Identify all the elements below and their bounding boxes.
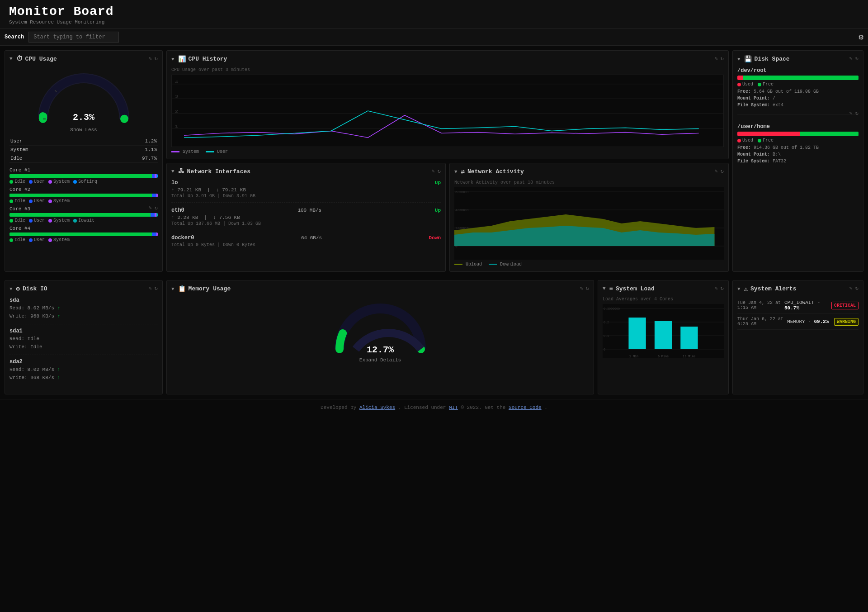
disk-space-refresh-icon[interactable]: ↻	[855, 55, 859, 62]
load-bar-15min	[680, 327, 698, 349]
disk-root-mount: Mount Point: /	[737, 95, 859, 102]
memory-edit-icon[interactable]: ✎	[580, 285, 583, 292]
cpu-history-refresh-icon[interactable]: ↻	[721, 55, 724, 62]
cpu-stat-system: System 1.1%	[9, 146, 158, 154]
footer-author[interactable]: Alicia Sykes	[359, 405, 395, 410]
net-ifaces-edit-icon[interactable]: ✎	[432, 168, 435, 175]
show-less-button[interactable]: Show Less	[9, 127, 158, 133]
cpu-collapse-icon[interactable]: ▼	[9, 56, 13, 62]
cpu-history-panel: ▼ 📊 CPU History ✎ ↻ CPU Usage over past …	[166, 50, 729, 159]
system-alerts-edit-icon[interactable]: ✎	[849, 285, 853, 292]
system-alerts-collapse[interactable]: ▼	[737, 286, 741, 292]
legend-idle-4: Idle	[9, 237, 25, 242]
net-docker0: docker0 64 GB/s Down Total Up 0 Bytes | …	[171, 235, 441, 251]
disk-home-controls: ✎ ↻	[849, 110, 859, 117]
legend-system: System	[171, 149, 199, 154]
system-load-edit-icon[interactable]: ✎	[715, 285, 718, 292]
system-alerts-refresh-icon[interactable]: ↻	[855, 285, 859, 292]
disk-io-refresh-icon[interactable]: ↻	[155, 285, 158, 292]
idle-dot-4	[9, 238, 13, 242]
memory-usage-panel: ▼ 📋 Memory Usage ✎ ↻ 12.7% Expand Detail…	[166, 280, 594, 394]
core2-system-bar	[156, 194, 158, 197]
svg-text:0.3000000: 0.3000000	[604, 307, 620, 311]
search-input[interactable]	[28, 32, 119, 43]
net-activity-legend: Upload Download	[454, 262, 724, 267]
disk-io-collapse[interactable]: ▼	[9, 286, 13, 292]
disk-space-collapse[interactable]: ▼	[737, 57, 741, 62]
disk-home-free-bar	[800, 132, 859, 136]
cpu-history-collapse[interactable]: ▼	[171, 57, 175, 62]
disk-io-edit-icon[interactable]: ✎	[149, 285, 152, 292]
disk-home-edit-icon[interactable]: ✎	[849, 110, 853, 117]
footer-license[interactable]: MIT	[449, 405, 458, 410]
net-ifaces-collapse[interactable]: ▼	[171, 169, 175, 174]
disk-home-refresh-icon[interactable]: ↻	[855, 110, 859, 117]
footer-source[interactable]: Source Code	[509, 405, 542, 410]
system-load-collapse[interactable]: ▼	[603, 286, 606, 291]
sda2-write-arrow: ↑	[57, 375, 61, 380]
expand-details-button[interactable]: Expand Details	[171, 357, 589, 363]
core1-idle-bar	[9, 174, 152, 178]
memory-refresh-icon[interactable]: ↻	[586, 285, 589, 292]
disk-space-edit-icon[interactable]: ✎	[849, 55, 853, 62]
disk-home-free-legend: Free	[758, 138, 774, 143]
memory-gauge-value: 12.7%	[367, 345, 394, 355]
legend-system-4: System	[48, 237, 70, 242]
svg-text:2: 2	[175, 109, 178, 114]
header: Monitor Board System Resource Usage Moni…	[0, 0, 868, 29]
system-load-subtitle: Load Averages over 4 Cores	[603, 297, 724, 302]
net-activity-collapse[interactable]: ▼	[454, 169, 458, 175]
user-line	[206, 151, 214, 152]
core3-legend: Idle User System Iowait	[9, 218, 158, 223]
memory-usage-header: ▼ 📋 Memory Usage	[171, 285, 589, 293]
system-alerts-panel: ▼ ⚠ System Alerts ✎ ↻ Tue Jan 4, 22 at1:…	[732, 280, 863, 394]
idle-dot-2	[9, 199, 13, 203]
network-activity-panel: ▼ ⇌ Network Activity ✎ ↻ Network Activit…	[449, 163, 729, 272]
svg-text:400000: 400000	[455, 208, 469, 212]
disk-home-fs: File System: FAT32	[737, 158, 859, 165]
disk-space-panel: ▼ 💾 Disk Space ✎ ↻ /dev/root Used Free F…	[732, 50, 863, 272]
net-activity-edit-icon[interactable]: ✎	[715, 168, 718, 175]
svg-text:4: 4	[175, 80, 178, 84]
middle-column: ▼ 📊 CPU History ✎ ↻ CPU Usage over past …	[166, 50, 729, 272]
memory-icon: 📋	[178, 285, 186, 293]
net-activity-svg: 600000 400000 200000 0	[454, 187, 724, 260]
disk-root-free-legend: Free	[758, 82, 774, 87]
core2-idle-bar	[9, 194, 152, 197]
cpu-refresh-icon[interactable]: ↻	[155, 55, 158, 62]
cpu-edit-icon[interactable]: ✎	[149, 55, 152, 62]
cpu-stat-system-value: 1.1%	[90, 146, 158, 154]
app-subtitle: System Resource Usage Monitoring	[9, 19, 859, 25]
disk-home-free-label: Free: 914.36 GB out of 1.82 TB	[737, 144, 859, 151]
disk-sda1-write: Write: Idle	[9, 343, 158, 351]
net-eth0-total: Total Up 187.66 MB | Down 1.03 GB	[171, 221, 441, 226]
cores-refresh-icon[interactable]: ↻	[155, 204, 158, 211]
cpu-usage-panel: ▼ ⏱ CPU Usage ✎ ↻ 2.3%	[5, 50, 163, 272]
alert-2-time: Thur Jan 6, 22 at6:25 AM	[737, 317, 783, 327]
footer: Developed by Alicia Sykes . Licensed und…	[0, 399, 868, 416]
legend-idle-2: Idle	[9, 199, 25, 204]
net-activity-refresh-icon[interactable]: ↻	[721, 168, 724, 175]
disk-sda2-name: sda2	[9, 359, 158, 365]
core3-iowait-bar	[156, 213, 158, 217]
cpu-gauge-value: 2.3%	[73, 112, 94, 123]
system-load-refresh-icon[interactable]: ↻	[721, 285, 724, 292]
load-bar-5min	[655, 321, 672, 349]
disk-sda-read: Read: 8.02 MB/s ↑	[9, 304, 158, 313]
disk-root-used-bar	[737, 76, 743, 80]
net-ifaces-refresh-icon[interactable]: ↻	[438, 168, 441, 175]
user-dot	[29, 180, 33, 184]
system-load-svg: 0.3000000 0.2 0.1 0 1 Min 5 Mins 15 Mins	[603, 304, 724, 358]
cores-edit-icon[interactable]: ✎	[149, 204, 152, 211]
disk-root-free-label: Free: 5.64 GB out of 119.08 GB	[737, 88, 859, 95]
disk-space-header: ▼ 💾 Disk Space	[737, 55, 859, 63]
memory-collapse[interactable]: ▼	[171, 286, 175, 292]
filter-icon[interactable]: ⚙	[859, 32, 863, 42]
system-dot-2	[48, 199, 52, 203]
alert-row-1: Tue Jan 4, 22 at1:15 AM CPU_IOWAIT - 50.…	[737, 297, 859, 314]
disk-sda1-name: sda1	[9, 328, 158, 334]
system-alerts-title: System Alerts	[750, 285, 796, 292]
alert-1-time: Tue Jan 4, 22 at1:15 AM	[737, 300, 781, 310]
cpu-history-edit-icon[interactable]: ✎	[715, 55, 718, 62]
cpu-history-subtitle: CPU Usage over past 3 minutes	[171, 67, 724, 72]
